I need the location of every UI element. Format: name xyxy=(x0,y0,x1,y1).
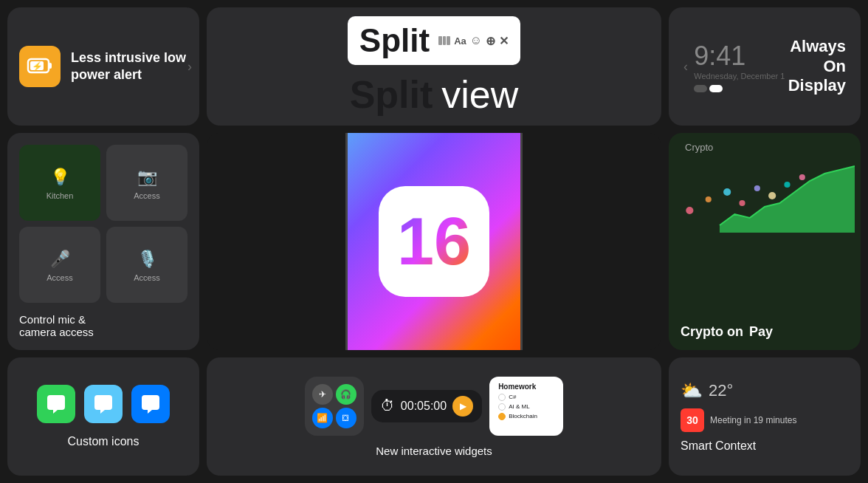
lightbulb-icon: 💡 xyxy=(50,168,70,187)
svg-text:⚡: ⚡ xyxy=(32,61,43,72)
crypto-card: Crypto Crypto on Pay xyxy=(669,133,861,350)
svg-point-7 xyxy=(686,207,693,214)
ios16-icon: 16 xyxy=(379,186,489,297)
calendar-icon: 30 xyxy=(681,408,704,432)
access-mic-mute-label: Access xyxy=(134,273,159,282)
split-word: Split xyxy=(350,72,433,117)
control-access-camera: 📷 Access xyxy=(106,145,187,221)
hw-item-2: AI & ML xyxy=(498,403,554,411)
hw-item-text-1: C# xyxy=(509,394,516,400)
smart-meeting-text: Meeting in 19 minutes xyxy=(710,415,796,425)
crypto-chart xyxy=(669,159,861,317)
svg-point-8 xyxy=(706,196,712,202)
hw-item-text-3: Blockchain xyxy=(509,413,537,419)
timer-clock-icon: ⏱ xyxy=(380,397,395,414)
bluetooth-icon: ⛋ xyxy=(336,408,356,428)
svg-rect-4 xyxy=(438,36,442,45)
aod-indicator xyxy=(694,85,785,92)
crypto-header-text: Crypto xyxy=(685,142,713,153)
custom-icons-card: Custom icons xyxy=(7,357,199,476)
camera-icon: 📷 xyxy=(137,168,157,187)
svg-point-13 xyxy=(784,182,790,188)
msg-icon-teal xyxy=(84,385,123,423)
hw-circle-2 xyxy=(498,403,506,411)
split-view-title-row: Split view xyxy=(350,72,519,117)
aod-dot-1 xyxy=(694,85,707,92)
access-mic-label: Access xyxy=(46,273,72,282)
ios16-number: 16 xyxy=(397,208,471,275)
weather-icon: ⛅ xyxy=(681,380,703,401)
split-view-card: Split Aa ☺ ⊕ ✕ Split view xyxy=(207,7,661,126)
timer-text: 00:05:00 xyxy=(401,400,447,413)
view-word: view xyxy=(441,72,518,117)
aod-dot-2 xyxy=(709,85,723,92)
aod-left-panel: 9:41 Wednesday, December 1 xyxy=(694,41,785,92)
control-access-mic-mute: 🎙️ Access xyxy=(106,227,187,303)
svg-point-10 xyxy=(739,200,745,206)
smart-temp: 22° xyxy=(709,381,733,400)
control-access-mic: 🎤 Access xyxy=(19,227,100,303)
battery-icon: ⚡ xyxy=(19,46,61,87)
widget-icons-grid: ✈ 🎧 📶 ⛋ xyxy=(306,378,362,434)
widgets-card: ✈ 🎧 📶 ⛋ ⏱ 00:05:00 ▶ Homework C# xyxy=(207,357,661,476)
svg-point-9 xyxy=(723,188,731,196)
split-view-preview: Split Aa ☺ ⊕ ✕ xyxy=(348,16,520,65)
svg-point-12 xyxy=(768,192,776,199)
smart-context-label: Smart Context xyxy=(681,439,849,453)
widget-control-center: ✈ 🎧 📶 ⛋ xyxy=(305,377,364,436)
custom-icons-label: Custom icons xyxy=(68,435,140,448)
control-kitchen: 💡 Kitchen xyxy=(19,145,100,221)
iphone-screen: 16 xyxy=(348,133,520,350)
always-on-card: ‹ 9:41 Wednesday, December 1 AlwaysOnDis… xyxy=(669,7,861,126)
mic-icon: 🎤 xyxy=(50,250,70,269)
widget-timer: ⏱ 00:05:00 ▶ xyxy=(371,390,482,422)
aod-title: AlwaysOnDisplay xyxy=(788,37,846,95)
svg-point-11 xyxy=(754,185,760,191)
smart-calendar-row: 30 Meeting in 19 minutes xyxy=(681,408,849,432)
svg-rect-5 xyxy=(443,36,446,45)
crypto-header: Crypto xyxy=(669,133,861,159)
control-title: Control mic &camera access xyxy=(19,313,187,338)
svg-rect-1 xyxy=(49,63,52,69)
hw-title: Homework xyxy=(498,383,554,391)
hw-item-text-2: AI & ML xyxy=(509,403,529,410)
iphone-frame: 16 xyxy=(345,133,523,350)
low-power-card: ⚡ Less intrusive low power alert › xyxy=(7,7,199,126)
apple-pay-text: Pay xyxy=(749,324,773,340)
hw-circle-3 xyxy=(498,413,506,420)
aod-title-text: AlwaysOnDisplay xyxy=(788,37,846,95)
msg-icon-green xyxy=(37,385,75,423)
widget-homework: Homework C# AI & ML Blockchain xyxy=(489,377,563,436)
split-icons: Aa ☺ ⊕ ✕ xyxy=(438,34,509,48)
smart-weather-row: ⛅ 22° xyxy=(681,380,849,401)
split-bold: Split xyxy=(359,22,430,59)
aod-date: Wednesday, December 1 xyxy=(694,72,785,80)
svg-point-14 xyxy=(799,174,805,180)
hw-item-1: C# xyxy=(498,394,554,401)
chevron-left-icon: ‹ xyxy=(683,59,688,75)
airplane-icon: ✈ xyxy=(312,384,333,405)
hw-circle-1 xyxy=(498,394,506,401)
access-camera-label: Access xyxy=(134,191,159,200)
split-view-label: Split Aa ☺ ⊕ ✕ xyxy=(359,22,509,59)
chevron-right-icon: › xyxy=(187,59,192,75)
crypto-title-text: Crypto on xyxy=(681,324,743,340)
timer-play-icon: ▶ xyxy=(452,396,473,417)
msg-icon-blue xyxy=(131,385,170,423)
iphone-card: 16 xyxy=(207,133,661,350)
widgets-label: New interactive widgets xyxy=(376,445,492,457)
wifi-icon: 📶 xyxy=(312,408,333,428)
mic-mute-icon: 🎙️ xyxy=(137,250,157,269)
aod-time: 9:41 xyxy=(694,41,785,72)
calendar-number: 30 xyxy=(686,415,698,425)
control-card: 💡 Kitchen 📷 Access 🎤 Access 🎙️ Access Co… xyxy=(7,133,199,350)
widgets-row: ✈ 🎧 📶 ⛋ ⏱ 00:05:00 ▶ Homework C# xyxy=(305,377,563,436)
headphone-icon: 🎧 xyxy=(336,384,356,405)
control-grid: 💡 Kitchen 📷 Access 🎤 Access 🎙️ Access xyxy=(19,145,187,303)
hw-item-3: Blockchain xyxy=(498,413,554,420)
low-power-text: Less intrusive low power alert xyxy=(71,49,187,84)
icons-row xyxy=(37,385,170,423)
crypto-title: Crypto on Pay xyxy=(669,317,861,350)
smart-context-card: ⛅ 22° 30 Meeting in 19 minutes Smart Con… xyxy=(669,357,861,476)
svg-rect-6 xyxy=(447,36,450,45)
